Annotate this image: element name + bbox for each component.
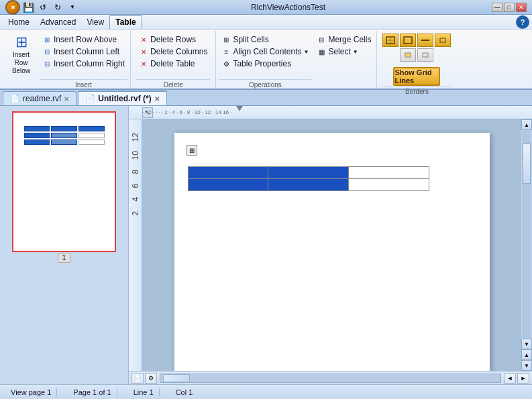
scroll-down-button[interactable]: ▼ xyxy=(521,339,532,349)
redo-button[interactable]: ↻ xyxy=(51,1,64,14)
merge-cells-button[interactable]: ⊟ Merge Cells xyxy=(314,34,374,46)
menu-advanced[interactable]: Advanced xyxy=(35,15,81,29)
close-button[interactable]: ✕ xyxy=(516,3,527,12)
tab-readme-label: readme.rvf xyxy=(23,94,61,103)
thumb-cell-3-2 xyxy=(51,139,77,145)
border-btn-2[interactable] xyxy=(400,34,416,47)
delete-rows-icon: ✕ xyxy=(139,35,148,44)
page-number: 1 xyxy=(58,253,71,263)
thumb-row-2 xyxy=(24,133,105,138)
minimize-button[interactable]: — xyxy=(492,3,502,12)
delete-table-button[interactable]: ✕ Delete Table xyxy=(136,58,210,70)
table-handle[interactable]: ⊞ xyxy=(187,145,197,156)
status-col: Col 1 xyxy=(170,388,199,396)
maximize-button[interactable]: □ xyxy=(504,3,515,12)
tab-untitled-label: Untitled.rvf (*) xyxy=(98,94,151,103)
app-icon: ★ xyxy=(5,0,20,15)
window-title: RichViewActionsTest xyxy=(85,3,492,12)
bottom-btn-2[interactable]: ⚙ xyxy=(145,373,157,384)
scroll-up-button[interactable]: ▲ xyxy=(521,119,532,130)
thumb-cell-2-2 xyxy=(51,133,77,138)
scroll-extra-1[interactable]: ▲ xyxy=(521,349,532,360)
ribbon: ⊞ Insert RowBelow ⊞ Insert Row Above ⊟ I… xyxy=(0,30,532,90)
delete-group-label: Delete xyxy=(136,79,210,89)
table-properties-button[interactable]: ⚙ Table Properties xyxy=(219,58,311,70)
bottom-btn-1[interactable]: 📄 xyxy=(131,373,144,384)
delete-rows-label: Delete Rows xyxy=(150,35,196,44)
horizontal-scrollbar[interactable] xyxy=(160,374,501,383)
thumb-table xyxy=(24,126,105,145)
border-btn-3[interactable] xyxy=(417,34,433,47)
table-cell-2-3[interactable] xyxy=(348,179,429,191)
show-grid-lines-button[interactable]: Show Grid Lines xyxy=(393,67,440,86)
insert-sub-buttons: ⊞ Insert Row Above ⊟ Insert Column Left … xyxy=(40,31,130,89)
scroll-extra-2[interactable]: ▼ xyxy=(521,360,532,371)
table-cell-1-3[interactable] xyxy=(348,167,429,179)
document-area[interactable]: ⊞ xyxy=(142,119,521,371)
insert-group: ⊞ Insert RowBelow ⊞ Insert Row Above ⊟ I… xyxy=(3,31,131,89)
insert-column-left-button[interactable]: ⊟ Insert Column Left xyxy=(40,46,127,58)
delete-table-icon: ✕ xyxy=(139,59,148,68)
border-btn-1[interactable] xyxy=(382,34,398,47)
save-button[interactable]: 💾 xyxy=(21,1,35,14)
table-cell-2-2[interactable] xyxy=(268,179,349,191)
border-icon-3 xyxy=(420,36,431,45)
menu-table[interactable]: Table xyxy=(109,15,142,29)
table-cell-1-1[interactable] xyxy=(188,167,268,179)
border-bottom-buttons xyxy=(400,48,433,62)
insert-column-right-button[interactable]: ⊟ Insert Column Right xyxy=(40,58,127,70)
thumb-cell-2-3 xyxy=(78,133,105,138)
table-cell-2-1[interactable] xyxy=(188,179,268,191)
bottom-toolbar: 📄 ⚙ ◄ ► xyxy=(129,371,532,384)
border-btn-6[interactable] xyxy=(417,48,433,62)
tab-untitled[interactable]: 📄 Untitled.rvf (*) ✕ xyxy=(78,91,166,105)
status-line: Line 1 xyxy=(128,388,160,396)
undo-button[interactable]: ↺ xyxy=(36,1,50,14)
align-cell-label: Align Cell Contents xyxy=(233,47,301,56)
menu-view[interactable]: View xyxy=(81,15,109,29)
insert-row-above-button[interactable]: ⊞ Insert Row Above xyxy=(40,34,127,46)
menu-bar: Home Advanced View Table ? xyxy=(0,15,532,30)
help-icon[interactable]: ? xyxy=(516,15,529,29)
border-btn-5[interactable] xyxy=(400,48,416,62)
align-dropdown-arrow: ▼ xyxy=(303,49,309,55)
delete-columns-label: Delete Columns xyxy=(150,47,207,56)
svg-rect-5 xyxy=(440,38,445,42)
vertical-scrollbar[interactable]: ▲ ▼ ▲ ▼ xyxy=(521,119,532,371)
insert-group-label: Insert xyxy=(40,79,127,89)
border-icon-5 xyxy=(403,50,413,60)
document-table[interactable] xyxy=(188,166,429,191)
scroll-thumb[interactable] xyxy=(523,144,531,184)
border-icon-6 xyxy=(420,50,431,60)
split-cells-button[interactable]: ⊞ Split Cells xyxy=(219,34,311,46)
insert-row-below-icon: ⊞ xyxy=(15,34,28,51)
insert-row-below-button[interactable]: ⊞ Insert RowBelow xyxy=(3,31,40,78)
table-properties-label: Table Properties xyxy=(233,59,291,68)
delete-columns-button[interactable]: ✕ Delete Columns xyxy=(136,46,210,58)
thumb-cell-3-3 xyxy=(78,139,105,145)
border-btn-4[interactable] xyxy=(435,34,451,47)
horizontal-thumb[interactable] xyxy=(163,374,190,382)
select-icon: ▦ xyxy=(317,47,326,56)
delete-rows-button[interactable]: ✕ Delete Rows xyxy=(136,34,210,46)
table-cell-1-2[interactable] xyxy=(268,167,349,179)
status-view-page: View page 1 xyxy=(5,388,57,396)
select-dropdown-arrow: ▼ xyxy=(353,49,358,55)
tab-readme[interactable]: 📄 readme.rvf ✕ xyxy=(3,91,76,105)
qat-dropdown[interactable]: ▼ xyxy=(66,1,79,14)
merge-cells-icon: ⊟ xyxy=(317,35,326,44)
quick-access-toolbar[interactable]: ★ 💾 ↺ ↻ ▼ xyxy=(5,0,79,15)
scroll-left-button[interactable]: ◄ xyxy=(504,373,516,384)
merge-cells-label: Merge Cells xyxy=(328,35,371,44)
tab-readme-close[interactable]: ✕ xyxy=(64,95,69,103)
select-button[interactable]: ▦ Select ▼ xyxy=(314,46,374,58)
scroll-right-button[interactable]: ► xyxy=(517,373,529,384)
align-cell-contents-button[interactable]: ≡ Align Cell Contents ▼ xyxy=(219,46,311,58)
window-controls[interactable]: — □ ✕ xyxy=(492,3,527,12)
menu-home[interactable]: Home xyxy=(3,15,35,29)
tabs-bar: 📄 readme.rvf ✕ 📄 Untitled.rvf (*) ✕ xyxy=(0,90,532,106)
border-icon-4 xyxy=(437,36,448,45)
scroll-track[interactable] xyxy=(522,130,531,339)
tab-untitled-close[interactable]: ✕ xyxy=(154,95,160,103)
borders-group-label: Borders xyxy=(382,86,451,95)
